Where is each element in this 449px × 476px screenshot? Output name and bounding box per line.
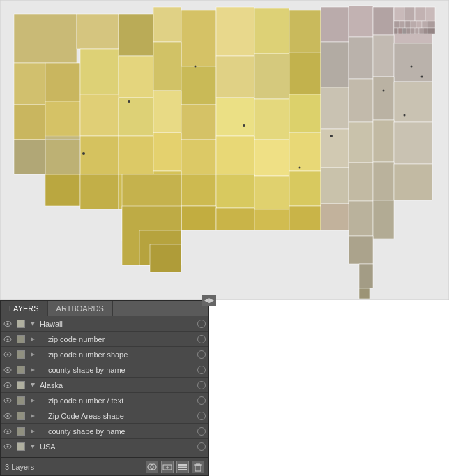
- layer-swatch: [15, 350, 27, 359]
- layers-count: 3 Layers: [5, 463, 143, 471]
- visibility-eye[interactable]: [1, 397, 15, 404]
- svg-rect-82: [394, 21, 399, 28]
- expand-arrow[interactable]: [27, 336, 38, 342]
- expand-arrow[interactable]: [27, 444, 38, 449]
- svg-rect-38: [394, 82, 432, 122]
- layer-target-circle[interactable]: [197, 427, 206, 436]
- add-layer-button[interactable]: [161, 461, 174, 473]
- svg-point-103: [421, 76, 423, 78]
- svg-rect-66: [349, 236, 373, 264]
- layer-row[interactable]: Alaska: [1, 378, 208, 393]
- visibility-eye[interactable]: [1, 412, 15, 419]
- layer-row[interactable]: zip code number / text: [1, 393, 208, 408]
- visibility-eye[interactable]: [1, 428, 15, 435]
- triangle-right-icon: [30, 336, 36, 342]
- layer-name: county shape by name: [38, 366, 197, 374]
- expand-arrow[interactable]: [27, 413, 38, 419]
- visibility-eye[interactable]: [1, 443, 15, 450]
- svg-rect-70: [216, 208, 254, 230]
- panel-footer: 3 Layers: [1, 457, 208, 475]
- layer-row[interactable]: zip code number: [1, 332, 208, 347]
- triangle-down-icon: [30, 321, 36, 327]
- layer-swatch: [15, 442, 27, 451]
- layer-target-circle[interactable]: [197, 442, 206, 451]
- tab-layers[interactable]: LAYERS: [1, 301, 48, 316]
- layer-row[interactable]: county shape by name: [1, 362, 208, 378]
- svg-point-133: [7, 430, 9, 432]
- layer-row[interactable]: zip code number shape: [1, 347, 208, 362]
- expand-arrow[interactable]: [27, 352, 38, 357]
- eye-icon: [3, 336, 12, 343]
- svg-rect-25: [394, 43, 432, 82]
- expand-arrow[interactable]: [27, 367, 38, 373]
- svg-marker-131: [31, 414, 35, 418]
- svg-point-102: [411, 66, 413, 68]
- svg-rect-92: [406, 28, 411, 34]
- layer-row[interactable]: Hawaii: [1, 316, 208, 332]
- layer-target-circle[interactable]: [197, 320, 206, 328]
- layer-row[interactable]: county shape by name: [1, 424, 208, 439]
- visibility-eye[interactable]: [1, 366, 15, 373]
- resize-handle[interactable]: ◀▶: [202, 295, 216, 306]
- delete-layer-button[interactable]: [192, 461, 204, 473]
- eye-icon: [3, 428, 12, 435]
- visibility-eye[interactable]: [1, 320, 15, 327]
- visibility-eye[interactable]: [1, 336, 15, 343]
- svg-marker-137: [31, 445, 35, 449]
- svg-rect-36: [349, 79, 373, 122]
- triangle-right-icon: [30, 398, 36, 403]
- layer-list[interactable]: Hawaiizip code numberzip code number sha…: [1, 316, 208, 457]
- layer-name: zip code number / text: [38, 396, 197, 405]
- layer-row[interactable]: USA: [1, 439, 208, 454]
- svg-rect-57: [216, 174, 254, 208]
- layer-row[interactable]: zip code area number /text: [1, 454, 208, 457]
- layer-target-circle[interactable]: [197, 396, 206, 405]
- expand-arrow[interactable]: [27, 398, 38, 403]
- make-sublayer-button[interactable]: [146, 461, 158, 473]
- layer-swatch: [15, 335, 27, 343]
- svg-rect-63: [394, 164, 432, 200]
- svg-rect-60: [321, 168, 349, 204]
- svg-rect-79: [404, 7, 415, 21]
- svg-rect-31: [181, 105, 216, 140]
- svg-rect-49: [349, 122, 373, 163]
- svg-rect-13: [14, 63, 45, 105]
- layer-target-circle[interactable]: [197, 366, 206, 374]
- triangle-down-icon: [30, 444, 36, 449]
- triangle-down-icon: [30, 382, 36, 388]
- eye-icon: [3, 351, 12, 358]
- svg-rect-35: [321, 87, 349, 129]
- layer-target-circle[interactable]: [197, 381, 206, 389]
- svg-rect-85: [411, 21, 416, 28]
- layer-target-circle[interactable]: [197, 350, 206, 359]
- layers-panel: LAYERS ARTBOARDS Hawaiizip code numberzi…: [0, 300, 209, 476]
- visibility-eye[interactable]: [1, 351, 15, 358]
- layer-target-circle[interactable]: [197, 335, 206, 343]
- layer-row[interactable]: Zip Code Areas shape: [1, 408, 208, 424]
- svg-rect-8: [289, 10, 321, 52]
- svg-rect-86: [416, 21, 422, 28]
- svg-rect-68: [359, 288, 370, 299]
- svg-point-99: [243, 124, 245, 127]
- svg-rect-16: [119, 56, 153, 98]
- expand-arrow[interactable]: [27, 429, 38, 434]
- svg-rect-97: [427, 28, 435, 34]
- svg-marker-113: [31, 322, 35, 326]
- svg-rect-11: [373, 7, 394, 35]
- layer-swatch: [15, 427, 27, 436]
- svg-rect-7: [254, 8, 289, 54]
- layer-options-button[interactable]: [176, 461, 189, 473]
- svg-rect-9: [321, 7, 349, 42]
- expand-arrow[interactable]: [27, 321, 38, 327]
- svg-rect-56: [181, 174, 216, 206]
- tab-artboards[interactable]: ARTBOARDS: [48, 301, 113, 316]
- svg-marker-128: [31, 399, 35, 403]
- svg-rect-27: [45, 101, 80, 140]
- layer-target-circle[interactable]: [197, 412, 206, 420]
- expand-arrow[interactable]: [27, 382, 38, 388]
- svg-point-107: [299, 167, 301, 169]
- visibility-eye[interactable]: [1, 382, 15, 389]
- svg-point-136: [7, 445, 9, 447]
- layer-name: zip code number: [38, 335, 197, 343]
- svg-rect-95: [419, 28, 423, 34]
